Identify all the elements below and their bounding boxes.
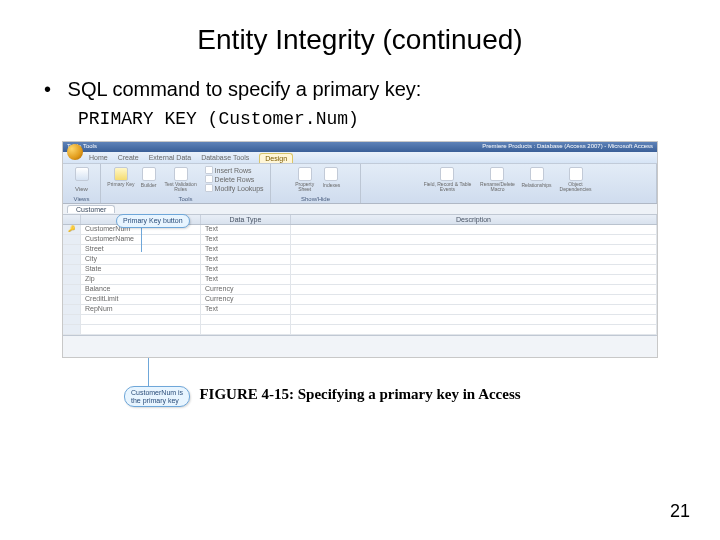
table-row[interactable]: RepNumText bbox=[63, 305, 657, 315]
data-type-cell[interactable]: Text bbox=[201, 235, 291, 245]
description-cell[interactable] bbox=[291, 285, 657, 295]
bullet-marker: • bbox=[44, 78, 62, 101]
field-name-cell[interactable]: City bbox=[81, 255, 201, 265]
description-cell[interactable] bbox=[291, 315, 657, 325]
events-icon[interactable] bbox=[440, 167, 454, 181]
primary-key-button-label: Primary Key bbox=[107, 182, 134, 187]
row-selector[interactable] bbox=[63, 315, 81, 325]
data-type-cell[interactable] bbox=[201, 325, 291, 335]
sql-code: PRIMARY KEY (Customer.Num) bbox=[78, 109, 720, 129]
slide-title: Entity Integrity (continued) bbox=[0, 0, 720, 66]
row-selector[interactable] bbox=[63, 255, 81, 265]
row-selector[interactable] bbox=[63, 245, 81, 255]
table-row[interactable] bbox=[63, 325, 657, 335]
table-row[interactable]: BalanceCurrency bbox=[63, 285, 657, 295]
description-cell[interactable] bbox=[291, 255, 657, 265]
tab-home[interactable]: Home bbox=[89, 154, 108, 161]
table-row[interactable]: CustomerNameText bbox=[63, 235, 657, 245]
insert-rows-icon[interactable] bbox=[205, 166, 213, 174]
description-cell[interactable] bbox=[291, 245, 657, 255]
object-dependencies-icon[interactable] bbox=[569, 167, 583, 181]
row-selector-header bbox=[63, 215, 81, 224]
group-views: View Views bbox=[63, 164, 101, 203]
field-properties-pane bbox=[63, 335, 657, 357]
table-row[interactable]: ZipText bbox=[63, 275, 657, 285]
group-label-tools: Tools bbox=[178, 196, 192, 202]
row-selector[interactable] bbox=[63, 285, 81, 295]
table-row[interactable]: StreetText bbox=[63, 245, 657, 255]
field-name-cell[interactable] bbox=[81, 315, 201, 325]
ribbon-tabs: Home Create External Data Database Tools… bbox=[63, 152, 657, 164]
rename-macro-icon[interactable] bbox=[490, 167, 504, 181]
tab-create[interactable]: Create bbox=[118, 154, 139, 161]
row-selector[interactable] bbox=[63, 235, 81, 245]
data-type-cell[interactable]: Text bbox=[201, 275, 291, 285]
rename-macro-label: Rename/Delete Macro bbox=[477, 182, 517, 192]
description-cell[interactable] bbox=[291, 265, 657, 275]
description-cell[interactable] bbox=[291, 235, 657, 245]
field-name-cell[interactable]: CreditLimit bbox=[81, 295, 201, 305]
callout-connector bbox=[148, 358, 149, 386]
row-selector[interactable] bbox=[63, 265, 81, 275]
row-selector[interactable] bbox=[63, 275, 81, 285]
table-row[interactable]: CityText bbox=[63, 255, 657, 265]
field-name-cell[interactable]: State bbox=[81, 265, 201, 275]
description-cell[interactable] bbox=[291, 275, 657, 285]
builder-button-icon[interactable] bbox=[142, 167, 156, 181]
test-rules-button-label: Test Validation Rules bbox=[163, 182, 199, 192]
data-type-cell[interactable]: Currency bbox=[201, 285, 291, 295]
callout-bottom-line1: CustomerNum is bbox=[131, 389, 183, 396]
property-sheet-icon[interactable] bbox=[298, 167, 312, 181]
data-type-cell[interactable]: Text bbox=[201, 265, 291, 275]
group-label-showhide: Show/Hide bbox=[301, 196, 330, 202]
row-selector[interactable] bbox=[63, 295, 81, 305]
field-name-cell[interactable]: RepNum bbox=[81, 305, 201, 315]
field-name-cell[interactable]: Balance bbox=[81, 285, 201, 295]
access-window: Table Tools Premiere Products : Database… bbox=[62, 141, 658, 358]
primary-key-indicator-icon[interactable] bbox=[63, 225, 81, 235]
row-selector[interactable] bbox=[63, 305, 81, 315]
description-cell[interactable] bbox=[291, 225, 657, 235]
data-type-cell[interactable]: Text bbox=[201, 225, 291, 235]
group-label-views: Views bbox=[74, 196, 90, 202]
table-row[interactable]: CreditLimitCurrency bbox=[63, 295, 657, 305]
titlebar-app: Premiere Products : Database (Access 200… bbox=[482, 143, 653, 151]
data-type-cell[interactable]: Currency bbox=[201, 295, 291, 305]
group-misc: Field, Record & Table Events Rename/Dele… bbox=[361, 164, 657, 203]
data-type-cell[interactable] bbox=[201, 315, 291, 325]
tab-external-data[interactable]: External Data bbox=[149, 154, 191, 161]
lookup-icon[interactable] bbox=[205, 184, 213, 192]
bullet-text: SQL command to specify a primary key: bbox=[68, 78, 422, 100]
description-cell[interactable] bbox=[291, 295, 657, 305]
indexes-label: Indexes bbox=[323, 182, 341, 188]
data-type-cell[interactable]: Text bbox=[201, 245, 291, 255]
tab-database-tools[interactable]: Database Tools bbox=[201, 154, 249, 161]
tab-design[interactable]: Design bbox=[259, 153, 293, 163]
test-rules-button-icon[interactable] bbox=[174, 167, 188, 181]
table-row[interactable]: StateText bbox=[63, 265, 657, 275]
callout-customernum-pk: CustomerNum is the primary key bbox=[124, 386, 190, 407]
office-orb-icon[interactable] bbox=[67, 144, 83, 160]
primary-key-button-icon[interactable] bbox=[114, 167, 128, 181]
indexes-icon[interactable] bbox=[324, 167, 338, 181]
relationships-label: Relationships bbox=[521, 182, 551, 188]
table-tab-customer[interactable]: Customer bbox=[67, 205, 115, 213]
description-cell[interactable] bbox=[291, 305, 657, 315]
relationships-icon[interactable] bbox=[530, 167, 544, 181]
page-number: 21 bbox=[670, 501, 690, 522]
delete-rows-icon[interactable] bbox=[205, 175, 213, 183]
callout-primary-key-button: Primary Key button bbox=[116, 214, 190, 228]
description-cell[interactable] bbox=[291, 325, 657, 335]
col-data-type: Data Type bbox=[201, 215, 291, 224]
view-button-icon[interactable] bbox=[75, 167, 89, 181]
field-name-cell[interactable] bbox=[81, 325, 201, 335]
data-type-cell[interactable]: Text bbox=[201, 255, 291, 265]
row-selector[interactable] bbox=[63, 325, 81, 335]
field-name-cell[interactable]: Zip bbox=[81, 275, 201, 285]
col-description: Description bbox=[291, 215, 657, 224]
object-dependencies-label: Object Dependencies bbox=[556, 182, 596, 192]
lookup-label: Modify Lookups bbox=[215, 185, 264, 192]
table-row[interactable] bbox=[63, 315, 657, 325]
events-label: Field, Record & Table Events bbox=[421, 182, 473, 192]
data-type-cell[interactable]: Text bbox=[201, 305, 291, 315]
